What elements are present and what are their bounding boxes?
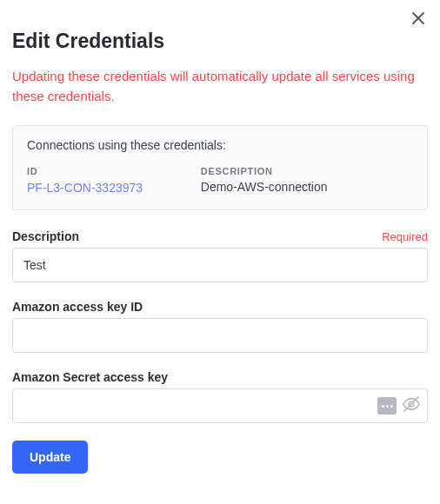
access-key-label: Amazon access key ID — [12, 300, 143, 314]
secret-key-input[interactable] — [12, 388, 428, 423]
id-column-label: ID — [27, 166, 201, 176]
modal-title: Edit Credentials — [12, 30, 428, 53]
edit-credentials-modal: Edit Credentials Updating these credenti… — [0, 0, 440, 491]
toggle-visibility-button[interactable] — [402, 395, 421, 417]
close-icon — [410, 10, 426, 26]
info-box-heading: Connections using these credentials: — [27, 138, 413, 152]
secret-key-label: Amazon Secret access key — [12, 370, 168, 384]
eye-off-icon — [402, 395, 421, 417]
close-button[interactable] — [410, 10, 426, 26]
required-indicator: Required — [382, 230, 428, 243]
dots-icon — [382, 405, 393, 408]
generate-button[interactable] — [377, 397, 397, 414]
update-button[interactable]: Update — [12, 441, 88, 474]
description-field: Description Required — [12, 229, 428, 282]
description-label: Description — [12, 229, 79, 243]
access-key-input[interactable] — [12, 318, 428, 353]
connection-description: Demo-AWS-connection — [201, 180, 413, 194]
description-column-label: DESCRIPTION — [201, 166, 413, 176]
connections-info-box: Connections using these credentials: ID … — [12, 125, 428, 210]
warning-text: Updating these credentials will automati… — [12, 67, 428, 106]
description-input[interactable] — [12, 248, 428, 282]
connection-id-link[interactable]: PF-L3-CON-3323973 — [27, 181, 143, 195]
secret-key-field: Amazon Secret access key — [12, 370, 428, 423]
access-key-field: Amazon access key ID — [12, 300, 428, 353]
